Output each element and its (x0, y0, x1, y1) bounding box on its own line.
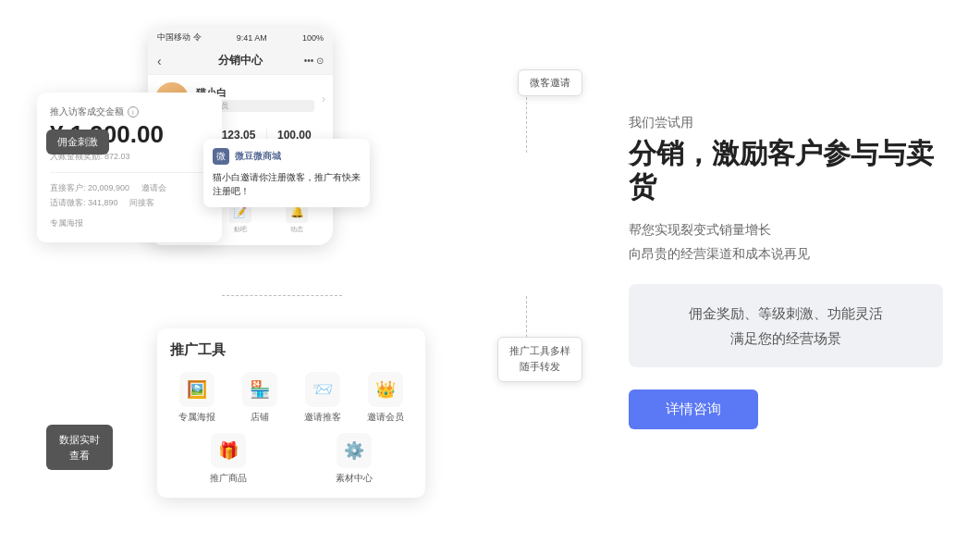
stats-customers: 直接客户: 20,009,900 邀请会 适请微客: 341,890 间接客 (50, 180, 209, 210)
promo-tool-goods[interactable]: 🎁 推广商品 (170, 433, 287, 485)
carrier-text: 中国移动 令 (157, 31, 202, 43)
feature-box: 佣金奖励、等级刺激、功能灵活 满足您的经营场景 (629, 284, 943, 367)
invite-tuike-icon: 📨 (305, 372, 340, 407)
dashed-line-1 (526, 97, 527, 153)
goods-icon: 🎁 (211, 433, 246, 468)
direct-customer-row: 直接客户: 20,009,900 邀请会 (50, 180, 209, 195)
arrow-icon: › (322, 93, 325, 105)
promo-tools-grid: 🖼️ 专属海报 🏪 店铺 📨 邀请推客 👑 邀请会员 (170, 372, 412, 424)
tieba-label: 贴吧 (234, 225, 247, 234)
phone-nav-title: 分销中心 (218, 53, 263, 68)
shop-label: 店铺 (251, 411, 269, 424)
info-icon[interactable]: i (128, 106, 139, 117)
left-section: 佣金刺激 中国移动 令 9:41 AM 100% ‹ 分销中心 ••• ⊙ 🐱 … (37, 19, 592, 525)
shop-icon: 🏪 (242, 372, 277, 407)
promo-tools-card: 推广工具 🖼️ 专属海报 🏪 店铺 📨 邀请推客 👑 邀请会员 (157, 328, 425, 498)
feature-text: 佣金奖励、等级刺激、功能灵活 满足您的经营场景 (647, 301, 925, 351)
promo-tools-title: 推广工具 (170, 341, 412, 359)
poster-icon: 🖼️ (179, 372, 214, 407)
poster-label: 专属海报 (178, 411, 215, 424)
commission-tag[interactable]: 佣金刺激 (46, 130, 109, 155)
indirect-customer-row: 适请微客: 341,890 间接客 (50, 195, 209, 210)
page-desc: 帮您实现裂变式销量增长 向昂贵的经营渠道和成本说再见 (629, 218, 943, 265)
back-icon[interactable]: ‹ (157, 54, 162, 68)
promo-tool-poster[interactable]: 🖼️ 专属海报 (170, 372, 224, 424)
consult-button[interactable]: 详情咨询 (629, 389, 758, 429)
wechat-popup-text: 猫小白邀请你注册微客，推广有快来注册吧！ (213, 170, 361, 198)
realtime-btn[interactable]: 数据实时 查看 (46, 425, 113, 470)
wechat-popup: 微 微豆微商城 猫小白邀请你注册微客，推广有快来注册吧！ (203, 139, 370, 207)
right-section: 我们尝试用 分销，激励客户参与与卖货 帮您实现裂变式销量增长 向昂贵的经营渠道和… (592, 115, 943, 428)
material-label: 素材中心 (336, 472, 373, 485)
promo-multi-tag[interactable]: 推广工具多样 随手转发 (497, 337, 582, 382)
promo-tools-grid2: 🎁 推广商品 ⚙️ 素材中心 (170, 433, 412, 485)
poster-sub-label: 专属海报 (50, 217, 209, 229)
dynamic-label: 动态 (290, 225, 303, 234)
main-container: 佣金刺激 中国移动 令 9:41 AM 100% ‹ 分销中心 ••• ⊙ 🐱 … (0, 0, 980, 544)
material-icon: ⚙️ (337, 433, 372, 468)
wechat-brand: 微豆微商城 (235, 150, 281, 163)
weike-invite-tag[interactable]: 微客邀请 (518, 69, 582, 96)
phone-status-bar: 中国移动 令 9:41 AM 100% (148, 28, 333, 47)
wechat-icon: 微 (213, 148, 229, 165)
time-text: 9:41 AM (237, 33, 267, 43)
dashed-line-3 (222, 295, 342, 296)
invite-member-label: 邀请会员 (367, 411, 404, 424)
wechat-popup-header: 微 微豆微商城 (213, 148, 361, 165)
page-title: 分销，激励客户参与与卖货 (629, 137, 943, 204)
invite-tuike-label: 邀请推客 (304, 411, 341, 424)
phone-nav: ‹ 分销中心 ••• ⊙ (148, 47, 333, 75)
invite-member-icon: 👑 (368, 372, 403, 407)
goods-label: 推广商品 (210, 472, 247, 485)
promo-tool-invite-member[interactable]: 👑 邀请会员 (359, 372, 412, 424)
promo-tool-invite-tuike[interactable]: 📨 邀请推客 (296, 372, 349, 424)
try-label: 我们尝试用 (629, 115, 943, 131)
stats-label: 推入访客成交金额 i (50, 105, 209, 118)
promo-tool-shop[interactable]: 🏪 店铺 (233, 372, 287, 424)
promo-tool-material[interactable]: ⚙️ 素材中心 (296, 433, 412, 485)
stats-divider (50, 172, 209, 173)
more-icon[interactable]: ••• ⊙ (304, 56, 324, 66)
stats-card: 推入访客成交金额 i ¥ 1,900.00 入账金额奖励: 872.03 直接客… (37, 93, 222, 242)
battery-text: 100% (302, 33, 324, 43)
